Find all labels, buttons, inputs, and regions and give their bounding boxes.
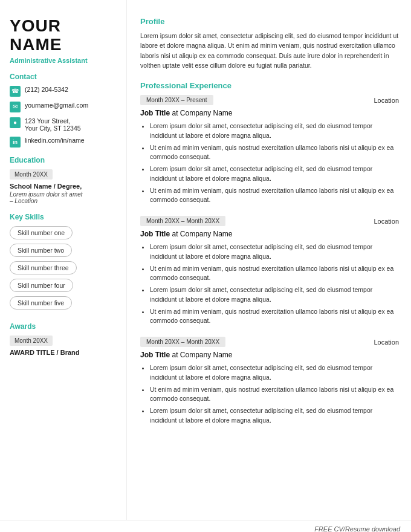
edu-date-badge: Month 20XX bbox=[10, 169, 53, 180]
exp-1-title: Job Title at Company Name bbox=[140, 109, 399, 117]
contact-list: ☎ (212) 204-5342 ✉ yourname@gmail.com ● … bbox=[10, 86, 118, 148]
footer-label: FREE CV/Resume download bbox=[314, 525, 400, 532]
exp-1-header: Month 20XX – Present Location bbox=[140, 95, 399, 105]
experience-2: Month 20XX – Month 20XX Location Job Tit… bbox=[140, 216, 399, 326]
name-block: YOUR NAME Administrative Assistant bbox=[10, 17, 118, 64]
experience-1: Month 20XX – Present Location Job Title … bbox=[140, 95, 399, 205]
contact-address: ● 123 Your Street,Your City, ST 12345 bbox=[10, 117, 118, 132]
location-icon: ● bbox=[10, 117, 21, 128]
school-detail: Lorem ipsum dolor sit amet– Location bbox=[10, 191, 118, 204]
full-name: YOUR NAME bbox=[10, 17, 118, 54]
exp-2-location: Location bbox=[374, 218, 399, 225]
contact-linkedin: in linkedin.com/in/name bbox=[10, 137, 118, 148]
list-item: Ut enim ad minim veniam, quis nostrud ex… bbox=[150, 143, 399, 163]
exp-2-title: Job Title at Company Name bbox=[140, 230, 399, 238]
contact-section-title: Contact bbox=[10, 73, 118, 81]
skills-list: Skill number one Skill number two Skill … bbox=[10, 226, 118, 314]
linkedin-icon: in bbox=[10, 137, 21, 148]
list-item: Lorem ipsum dolor sit amet, consectetur … bbox=[150, 122, 399, 141]
exp-3-bullets: Lorem ipsum dolor sit amet, consectetur … bbox=[140, 363, 399, 426]
list-item: Ut enim ad minim veniam, quis nostrud ex… bbox=[150, 307, 399, 326]
exp-3-date: Month 20XX – Month 20XX bbox=[140, 337, 225, 347]
experience-3: Month 20XX – Month 20XX Location Job Tit… bbox=[140, 337, 399, 426]
exp-section-title: Professional Experience bbox=[140, 81, 399, 90]
school-name: School Name / Degree, bbox=[10, 183, 118, 190]
skill-5: Skill number five bbox=[10, 296, 72, 310]
contact-email: ✉ yourname@gmail.com bbox=[10, 102, 118, 112]
footer-bar: FREE CV/Resume download https://cv.devat… bbox=[0, 520, 411, 532]
contact-phone: ☎ (212) 204-5342 bbox=[10, 86, 118, 97]
list-item: Lorem ipsum dolor sit amet, consectetur … bbox=[150, 406, 399, 426]
skills-section-title: Key Skills bbox=[10, 213, 118, 221]
exp-2-date: Month 20XX – Month 20XX bbox=[140, 216, 225, 226]
award-date-badge: Month 20XX bbox=[10, 336, 53, 346]
skill-2: Skill number two bbox=[10, 244, 72, 257]
exp-3-location: Location bbox=[374, 339, 399, 346]
phone-icon: ☎ bbox=[10, 86, 21, 97]
email-icon: ✉ bbox=[10, 102, 21, 112]
profile-text: Lorem ipsum dolor sit amet, consectetur … bbox=[140, 31, 399, 70]
list-item: Ut enim ad minim veniam, quis nostrud ex… bbox=[150, 385, 399, 404]
education-section-title: Education bbox=[10, 156, 118, 164]
list-item: Lorem ipsum dolor sit amet, consectetur … bbox=[150, 285, 399, 305]
list-item: Ut enim ad minim veniam, quis nostrud ex… bbox=[150, 264, 399, 284]
skill-1: Skill number one bbox=[10, 226, 73, 239]
exp-1-bullets: Lorem ipsum dolor sit amet, consectetur … bbox=[140, 122, 399, 205]
exp-2-bullets: Lorem ipsum dolor sit amet, consectetur … bbox=[140, 242, 399, 326]
skill-3: Skill number three bbox=[10, 261, 77, 274]
job-title-main: Administrative Assistant bbox=[10, 57, 118, 64]
exp-1-date: Month 20XX – Present bbox=[140, 95, 213, 105]
profile-section-title: Profile bbox=[140, 17, 399, 26]
list-item: Lorem ipsum dolor sit amet, consectetur … bbox=[150, 164, 399, 184]
skill-4: Skill number four bbox=[10, 279, 73, 292]
exp-3-title: Job Title at Company Name bbox=[140, 351, 399, 359]
left-column: YOUR NAME Administrative Assistant Conta… bbox=[0, 0, 127, 520]
exp-2-header: Month 20XX – Month 20XX Location bbox=[140, 216, 399, 226]
list-item: Lorem ipsum dolor sit amet, consectetur … bbox=[150, 363, 399, 383]
exp-1-location: Location bbox=[374, 97, 399, 104]
awards-section: Awards Month 20XX AWARD TITLE / Brand bbox=[10, 322, 118, 356]
list-item: Lorem ipsum dolor sit amet, consectetur … bbox=[150, 242, 399, 262]
award-title: AWARD TITLE / Brand bbox=[10, 349, 118, 356]
list-item: Ut enim ad minim veniam, quis nostrud ex… bbox=[150, 186, 399, 206]
exp-3-header: Month 20XX – Month 20XX Location bbox=[140, 337, 399, 347]
awards-section-title: Awards bbox=[10, 322, 118, 331]
right-column: Profile Lorem ipsum dolor sit amet, cons… bbox=[127, 0, 411, 520]
